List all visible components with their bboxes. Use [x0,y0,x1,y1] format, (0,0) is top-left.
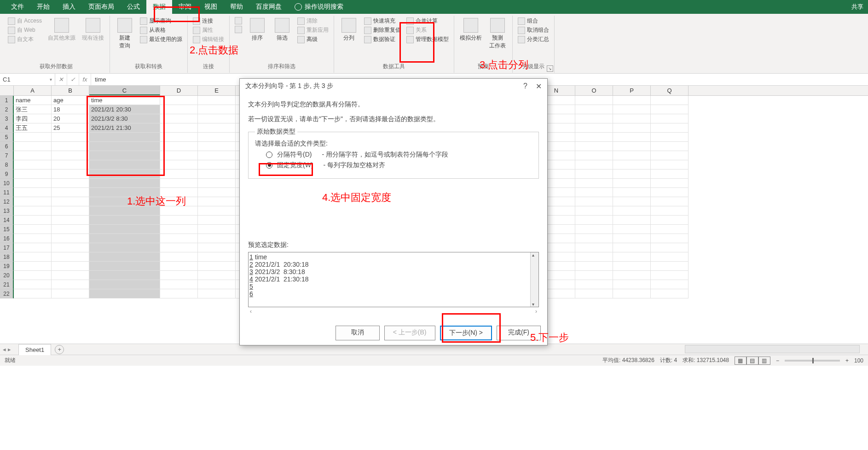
cell[interactable] [160,169,198,179]
column-header[interactable]: O [575,86,613,95]
cell[interactable] [89,225,160,234]
tab-data[interactable]: 数据 [146,0,172,14]
cell[interactable] [613,151,651,160]
cell[interactable] [198,243,236,252]
cell[interactable] [613,252,651,262]
add-sheet-button[interactable]: + [55,345,64,354]
cell[interactable] [651,206,689,216]
ungroup-button[interactable]: 取消组合 [516,26,550,35]
cell[interactable] [613,96,651,105]
cell[interactable] [160,105,198,114]
from-web-button[interactable]: 自 Web [6,26,43,35]
cell[interactable] [89,206,160,216]
cell[interactable] [651,225,689,234]
column-header[interactable]: A [14,86,52,95]
cell[interactable] [575,188,613,197]
show-queries-button[interactable]: 显示查询 [139,17,184,25]
recent-sources-button[interactable]: 最近使用的源 [139,35,184,44]
from-access-button[interactable]: 自 Access [6,17,43,25]
cell[interactable] [89,179,160,188]
cell[interactable]: 20 [52,114,89,123]
cell[interactable] [89,234,160,243]
cell[interactable] [89,271,160,280]
cell[interactable] [613,243,651,252]
cell[interactable] [198,142,236,151]
cell[interactable] [651,142,689,151]
cell[interactable] [575,243,613,252]
row-header[interactable]: 20 [0,271,14,280]
cell[interactable] [651,114,689,123]
cell[interactable] [160,234,198,243]
sheet-tab[interactable]: Sheet1 [18,344,51,355]
cell[interactable] [14,133,52,142]
cell[interactable] [89,252,160,262]
cell[interactable] [14,225,52,234]
next-button[interactable]: 下一步(N) > [440,326,492,340]
row-header[interactable]: 14 [0,216,14,225]
cell[interactable] [89,197,160,206]
cell[interactable] [160,262,198,271]
cell[interactable] [575,271,613,280]
cell[interactable] [52,252,89,262]
cell[interactable] [198,179,236,188]
cell[interactable]: time [89,96,160,105]
cell[interactable] [575,289,613,298]
tab-tell[interactable]: 操作说明搜索 [288,0,350,14]
column-header[interactable]: D [160,86,198,95]
edit-links-button[interactable]: 编辑链接 [191,35,226,44]
cell[interactable] [198,252,236,262]
cell[interactable] [52,289,89,298]
cell[interactable] [575,160,613,169]
cell[interactable]: 张三 [14,105,52,114]
cell[interactable] [613,271,651,280]
cell[interactable] [14,252,52,262]
cell[interactable] [613,105,651,114]
horizontal-scrollbar[interactable] [685,345,860,353]
cell[interactable] [613,114,651,123]
cell[interactable] [575,280,613,289]
data-validation-button[interactable]: 数据验证 [363,35,402,44]
sheet-nav[interactable]: ◂ ▸ [3,346,11,353]
cell[interactable] [575,197,613,206]
cell[interactable] [52,133,89,142]
cell[interactable] [575,151,613,160]
text-to-columns-button[interactable]: 分列 [338,17,360,43]
zoom-slider[interactable] [785,360,840,362]
forecast-sheet-button[interactable]: 预测 工作表 [486,17,509,51]
row-header[interactable]: 12 [0,197,14,206]
cell[interactable] [52,151,89,160]
cell[interactable] [14,289,52,298]
row-header[interactable]: 17 [0,243,14,252]
cell[interactable]: 李四 [14,114,52,123]
relationships-button[interactable]: 关系 [405,26,450,35]
name-box[interactable]: C1 [0,74,55,85]
cell[interactable] [575,142,613,151]
cell[interactable] [651,243,689,252]
cell[interactable] [160,142,198,151]
zoom-in-button[interactable]: + [845,357,849,364]
row-header[interactable]: 22 [0,289,14,298]
cell[interactable] [613,160,651,169]
cell[interactable] [52,206,89,216]
cell[interactable] [613,262,651,271]
cell[interactable] [160,114,198,123]
cell[interactable] [160,160,198,169]
cell[interactable] [52,225,89,234]
cell[interactable] [575,216,613,225]
cell[interactable] [198,197,236,206]
cell[interactable] [651,188,689,197]
row-header[interactable]: 6 [0,142,14,151]
cell[interactable] [651,105,689,114]
cell[interactable]: 25 [52,123,89,133]
cell[interactable] [52,243,89,252]
from-other-button[interactable]: 自其他来源 [46,17,77,43]
cell[interactable] [14,280,52,289]
cell[interactable] [160,179,198,188]
cell[interactable] [160,225,198,234]
cell[interactable] [14,160,52,169]
cell[interactable] [575,225,613,234]
row-header[interactable]: 21 [0,280,14,289]
cell[interactable] [198,114,236,123]
row-header[interactable]: 10 [0,179,14,188]
existing-conn-button[interactable]: 现有连接 [80,17,106,43]
